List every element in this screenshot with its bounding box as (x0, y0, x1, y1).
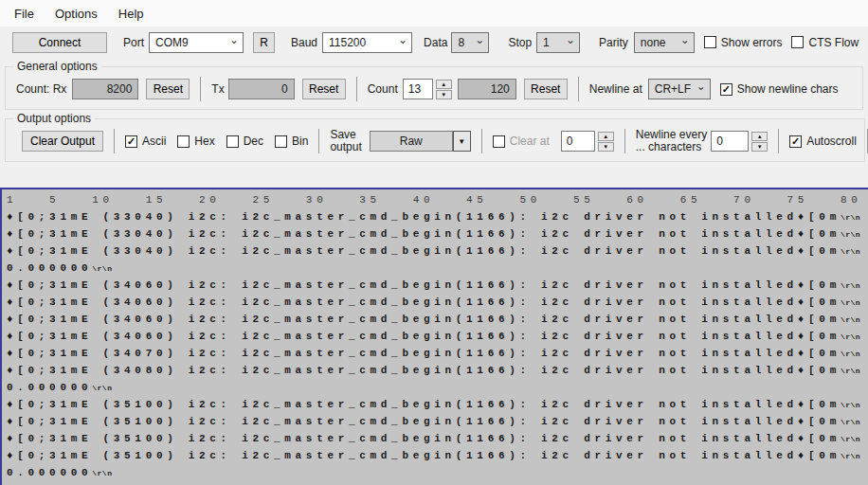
newline-chars: \r\n (841, 452, 860, 460)
output-line: ♦[0;31mE (35100) i2c: i2c_master_cmd_beg… (7, 413, 868, 430)
checkbox-check-icon: ✓ (789, 135, 802, 148)
count-spinner[interactable]: 13 (403, 79, 433, 99)
newline-chars: \r\n (841, 213, 860, 222)
chevron-down-icon: ⌄ (475, 33, 484, 46)
output-line: 0.000000\r\n (7, 464, 868, 481)
autoscroll-checkbox[interactable]: ✓ Autoscroll (789, 135, 857, 148)
checkbox-box (493, 135, 505, 148)
menu-help[interactable]: Help (108, 2, 154, 26)
bin-checkbox[interactable]: Bin (275, 135, 308, 148)
newline-chars: \r\n (841, 418, 860, 426)
dropdown-arrow-icon[interactable]: ▼ (453, 131, 471, 152)
checkbox-box (791, 36, 804, 48)
newline-chars: \r\n (92, 264, 112, 273)
newline-chars: \r\n (841, 401, 860, 409)
save-output-select[interactable]: Raw (370, 131, 453, 152)
checkbox-box (177, 135, 190, 148)
output-line: ♦[0;31mE (34060) i2c: i2c_master_cmd_beg… (7, 277, 868, 294)
output-lines: ♦[0;31mE (33040) i2c: i2c_master_cmd_beg… (7, 208, 868, 481)
clear-at-checkbox[interactable]: Clear at (493, 135, 550, 148)
separator (114, 129, 115, 153)
menu-options[interactable]: Options (45, 2, 108, 26)
show-newline-chars-checkbox[interactable]: ✓ Show newline chars (720, 82, 839, 96)
parity-select[interactable]: none ⌄ (634, 32, 695, 53)
newline-chars: \r\n (841, 281, 860, 290)
connect-button[interactable]: Connect (12, 32, 107, 53)
stop-bits-select[interactable]: 1 ⌄ (536, 32, 580, 53)
separator (624, 129, 625, 153)
rx-count-field: 8200 (72, 79, 138, 99)
chevron-down-icon: ⌄ (696, 80, 706, 93)
clear-at-spinner-arrows: ▲ ▼ (598, 132, 614, 152)
data-bits-label: Data (424, 36, 447, 49)
spin-up-icon[interactable]: ▲ (436, 80, 452, 89)
separator (200, 77, 201, 101)
tx-reset-button[interactable]: Reset (302, 79, 346, 99)
checkbox-box (226, 135, 239, 148)
output-line: ♦[0;31mE (35100) i2c: i2c_master_cmd_beg… (7, 430, 868, 447)
checkbox-box (275, 135, 287, 148)
spin-down-icon[interactable]: ▼ (751, 142, 768, 152)
output-line: ♦[0;31mE (35100) i2c: i2c_master_cmd_beg… (7, 396, 868, 413)
clear-at-spinner[interactable]: 0 (561, 131, 595, 152)
checkbox-box (704, 36, 716, 48)
newline-chars: \r\n (92, 384, 112, 392)
output-options-title: Output options (13, 112, 95, 125)
count-spinner-arrows: ▲ ▼ (436, 80, 452, 99)
chevron-down-icon: ⌄ (566, 33, 575, 46)
stop-bits-label: Stop (508, 36, 532, 49)
newline-chars: \r\n (841, 315, 860, 324)
count-reset-button[interactable]: Reset (524, 79, 568, 99)
port-label: Port (123, 36, 144, 49)
newline-at-select[interactable]: CR+LF ⌄ (648, 79, 711, 99)
newline-every-spinner[interactable]: 0 (711, 131, 749, 152)
newline-chars: \r\n (841, 230, 860, 239)
output-options-group: Output options Clear Output ✓ Ascii Hex … (5, 112, 865, 162)
output-line: ♦[0;31mE (35100) i2c: i2c_master_cmd_beg… (7, 447, 868, 464)
menu-bar: File Options Help (0, 0, 868, 27)
newline-chars: \r\n (841, 247, 860, 256)
port-select[interactable]: COM9 ⌄ (149, 32, 244, 53)
newline-chars: \r\n (841, 350, 860, 358)
separator (481, 129, 482, 153)
data-bits-select[interactable]: 8 ⌄ (451, 32, 489, 53)
output-line: ♦[0;31mE (34060) i2c: i2c_master_cmd_beg… (7, 328, 868, 345)
newline-chars: \r\n (841, 435, 860, 443)
output-line: 0.000000\r\n (7, 260, 868, 277)
cts-flow-checkbox[interactable]: CTS Flow (791, 36, 859, 49)
output-line: ♦[0;31mE (34070) i2c: i2c_master_cmd_beg… (7, 345, 868, 362)
rx-reset-button[interactable]: Reset (146, 79, 190, 99)
chevron-down-icon: ⌄ (398, 33, 407, 46)
checkbox-check-icon: ✓ (125, 135, 137, 148)
output-line: ♦[0;31mE (33040) i2c: i2c_master_cmd_beg… (7, 242, 868, 260)
rescan-ports-button[interactable]: R (253, 32, 275, 53)
hex-checkbox[interactable]: Hex (177, 135, 214, 148)
count-rx-label: Count: Rx (16, 82, 66, 96)
show-errors-checkbox[interactable]: Show errors (704, 36, 783, 49)
received-data-view[interactable]: 1 5 10 15 20 25 30 35 40 45 50 55 60 65 … (0, 188, 868, 485)
output-line: ♦[0;31mE (34060) i2c: i2c_master_cmd_beg… (7, 311, 868, 328)
output-line: 0.000000\r\n (7, 379, 868, 396)
ascii-checkbox[interactable]: ✓ Ascii (125, 135, 166, 148)
parity-label: Parity (599, 36, 628, 49)
spin-up-icon[interactable]: ▲ (751, 132, 768, 141)
output-line: ♦[0;31mE (34080) i2c: i2c_master_cmd_beg… (7, 362, 868, 379)
separator (318, 129, 319, 153)
baud-select[interactable]: 115200 ⌄ (322, 32, 412, 53)
tx-label: Tx (211, 82, 224, 96)
menu-file[interactable]: File (4, 2, 45, 26)
column-ruler: 1 5 10 15 20 25 30 35 40 45 50 55 60 65 … (7, 193, 868, 208)
general-options-group: General options Count: Rx 8200 Reset Tx … (5, 60, 863, 110)
newline-chars: \r\n (841, 298, 860, 307)
dec-checkbox[interactable]: Dec (226, 135, 263, 148)
count-limit-field: 120 (458, 79, 516, 99)
clear-output-button[interactable]: Clear Output (22, 131, 103, 152)
general-options-title: General options (13, 60, 101, 73)
separator (778, 129, 779, 153)
baud-label: Baud (291, 36, 317, 49)
newline-at-label: Newline at (589, 82, 642, 96)
spin-up-icon[interactable]: ▲ (598, 132, 614, 141)
tx-count-field: 0 (228, 79, 295, 99)
spin-down-icon[interactable]: ▼ (598, 142, 614, 152)
spin-down-icon[interactable]: ▼ (436, 90, 452, 99)
